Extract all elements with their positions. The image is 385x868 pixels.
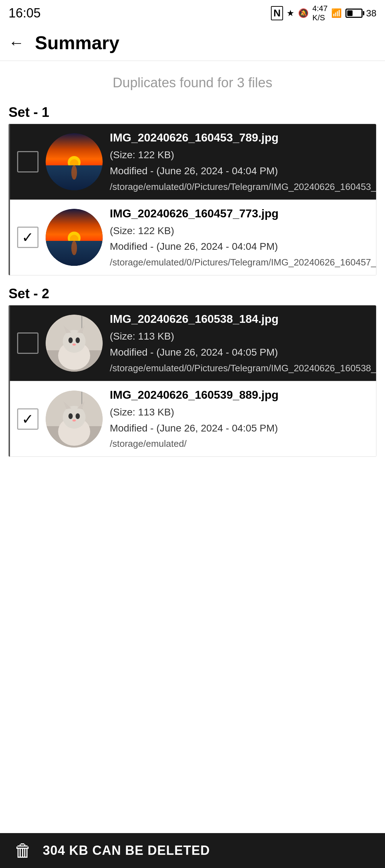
svg-point-8 xyxy=(71,165,77,180)
content-scroll: Duplicates found for 3 files Set - 1 xyxy=(0,61,385,868)
delete-label: 304 KB CAN BE DELETED xyxy=(43,843,210,858)
bluetooth-icon: ★ xyxy=(287,8,294,18)
file-name-1-2: IMG_20240626_160457_773.jpg xyxy=(110,207,376,220)
bottom-bar[interactable]: 🗑 304 KB CAN BE DELETED xyxy=(0,833,385,868)
trash-icon: 🗑 xyxy=(14,842,32,859)
file-path-1-1: /storage/emulated/0/Pictures/Telegram/IM… xyxy=(110,181,376,192)
file-meta-1-2: (Size: 122 KB) Modified - (June 26, 2024… xyxy=(110,223,376,255)
file-item-1-1: IMG_20240626_160453_789.jpg(Size: 122 KB… xyxy=(10,124,376,200)
back-button[interactable]: ← xyxy=(9,35,24,51)
svg-point-29 xyxy=(72,343,76,346)
file-info-2-1: IMG_20240626_160538_184.jpg(Size: 113 KB… xyxy=(110,312,376,374)
thumbnail-1-1 xyxy=(46,133,103,190)
set-title-2: Set - 2 xyxy=(9,286,376,301)
thumbnail-2-2 xyxy=(46,391,103,448)
file-path-1-2: /storage/emulated/0/Pictures/Telegram/IM… xyxy=(110,257,376,268)
svg-point-28 xyxy=(76,337,80,343)
file-set-1: IMG_20240626_160453_789.jpg(Size: 122 KB… xyxy=(9,124,376,275)
thumbnail-1-2 xyxy=(46,209,103,266)
file-item-2-2: ✓ xyxy=(10,381,376,457)
battery-icon xyxy=(345,9,363,18)
file-meta-2-1: (Size: 113 KB) Modified - (June 26, 2024… xyxy=(110,329,376,361)
file-meta-2-2: (Size: 113 KB) Modified - (June 26, 2024… xyxy=(110,404,369,436)
thumbnail-2-1 xyxy=(46,315,103,372)
file-path-2-1: /storage/emulated/0/Pictures/Telegram/IM… xyxy=(110,363,376,374)
header: ← Summary xyxy=(0,25,385,61)
status-time: 16:05 xyxy=(9,6,41,21)
svg-point-41 xyxy=(72,419,76,422)
svg-point-36 xyxy=(63,406,86,429)
checkbox-1-2[interactable]: ✓ xyxy=(17,227,38,248)
file-info-1-1: IMG_20240626_160453_789.jpg(Size: 122 KB… xyxy=(110,131,376,192)
file-meta-1-1: (Size: 122 KB) Modified - (June 26, 2024… xyxy=(110,147,376,179)
set-title-1: Set - 1 xyxy=(9,105,376,120)
sets-container: Set - 1 xyxy=(0,98,385,460)
subtitle: Duplicates found for 3 files xyxy=(0,61,385,98)
mute-icon: 🔕 xyxy=(298,8,309,18)
battery-percent: 38 xyxy=(366,8,376,19)
section-set-1: Set - 1 xyxy=(0,98,385,279)
file-name-2-2: IMG_20240626_160539_889.jpg xyxy=(110,388,369,402)
file-name-2-1: IMG_20240626_160538_184.jpg xyxy=(110,312,376,326)
svg-point-39 xyxy=(68,413,73,419)
file-info-1-2: IMG_20240626_160457_773.jpg(Size: 122 KB… xyxy=(110,207,376,268)
file-path-2-2: /storage/emulated/ xyxy=(110,438,369,449)
status-bar: 16:05 N ★ 🔕 4:47K/S 📶 38 xyxy=(0,0,385,25)
file-item-2-1: IMG_20240626_160538_184.jpg(Size: 113 KB… xyxy=(10,305,376,381)
svg-point-27 xyxy=(68,337,73,343)
speed-indicator: 4:47K/S xyxy=(312,4,328,22)
svg-point-17 xyxy=(71,241,77,255)
checkbox-2-2[interactable]: ✓ xyxy=(17,408,38,430)
section-set-2: Set - 2 xyxy=(0,279,385,460)
checkbox-2-1[interactable] xyxy=(17,332,38,354)
status-icons: N ★ 🔕 4:47K/S 📶 38 xyxy=(271,4,376,22)
wifi-icon: 📶 xyxy=(331,8,342,18)
svg-point-40 xyxy=(76,413,80,419)
nfc-icon: N xyxy=(271,6,283,20)
file-info-2-2: IMG_20240626_160539_889.jpg(Size: 113 KB… xyxy=(110,388,369,450)
checkbox-1-1[interactable] xyxy=(17,151,38,172)
file-name-1-1: IMG_20240626_160453_789.jpg xyxy=(110,131,376,144)
page-title: Summary xyxy=(35,32,119,53)
file-item-1-2: ✓ xyxy=(10,200,376,275)
svg-point-24 xyxy=(63,330,86,353)
file-set-2: IMG_20240626_160538_184.jpg(Size: 113 KB… xyxy=(9,305,376,457)
